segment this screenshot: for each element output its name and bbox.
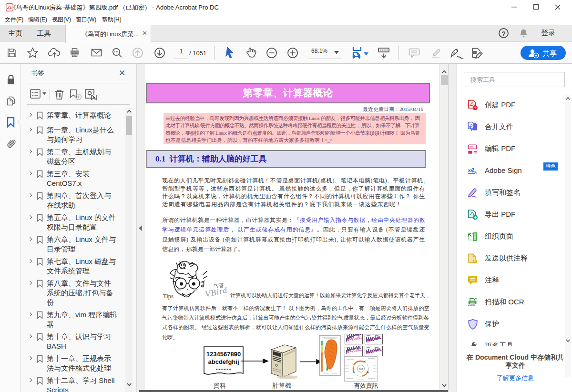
svg-text:GM: GM — [359, 368, 363, 371]
svg-text:1234567890: 1234567890 — [206, 351, 241, 358]
svg-text:..........: .......... — [215, 364, 231, 371]
